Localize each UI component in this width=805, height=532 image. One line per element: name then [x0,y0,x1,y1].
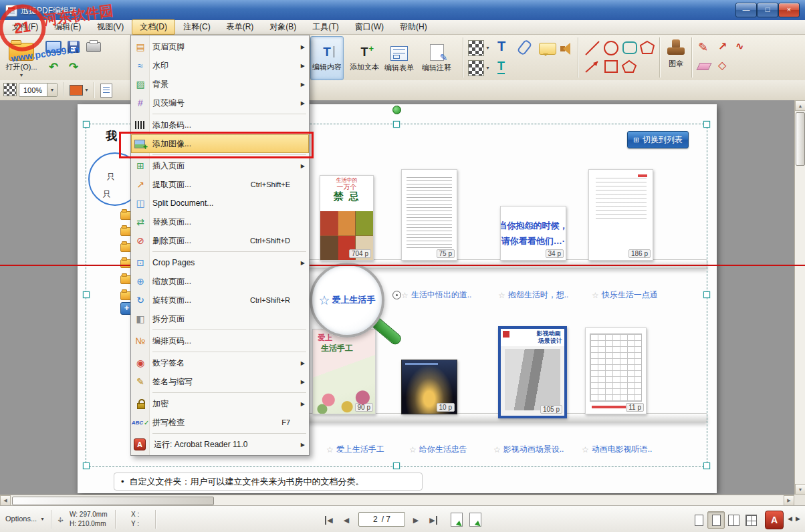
maximize-button[interactable]: □ [757,3,778,17]
pattern-tool-2-button[interactable] [468,60,484,76]
menu-item-header-footer[interactable]: ▤页眉页脚▶ [131,37,309,56]
menu-item-delete-pages[interactable]: ⊘删除页面...Ctrl+Shift+D [131,231,309,250]
book-title-link[interactable]: ☆快乐生活一点通 [592,289,658,301]
undo-button[interactable]: ↶ [44,57,63,76]
page-number-input[interactable]: 2 / 7 [358,512,405,527]
minimize-button[interactable]: — [735,3,757,17]
scroll-left-button[interactable]: ◀ [0,495,11,506]
open-dropdown-icon[interactable]: ▼ [19,74,24,77]
zoom-dropdown-icon[interactable]: ▼ [47,84,57,96]
eraser-icon[interactable] [696,63,711,70]
menu-item-acrobat-reader[interactable]: A运行: Acrobat Reader 11.0▶ [131,435,309,454]
book-cover[interactable]: 11 p [585,327,647,414]
shape-tools-icons[interactable] [583,39,658,76]
two-page-view-button[interactable] [725,511,742,529]
properties-icon[interactable] [100,84,112,98]
menubar-item[interactable]: 对象(B) [261,19,304,35]
edit-content-button[interactable]: T编辑内容 [310,36,344,80]
menu-item-resize-pages[interactable]: ⊕缩放页面... [131,272,309,291]
open-button[interactable]: 打开(O)... ▼ [1,35,41,80]
menubar-item[interactable]: 工具(T) [304,19,346,35]
menu-item-split-pages[interactable]: ◧拆分页面 [131,309,309,328]
selection-handle[interactable] [703,462,710,469]
single-page-view-button[interactable] [690,511,707,529]
overflow-left-icon[interactable]: ◀ [788,515,792,522]
transparency-icon[interactable] [3,83,17,96]
add-text-button[interactable]: T添加文本 [348,36,381,80]
book-cover[interactable]: 爱上生活手工90 p [312,329,376,414]
attachment-icon[interactable] [517,39,533,55]
last-page-button[interactable]: ▶ [425,512,441,528]
overflow-right-icon[interactable]: ▶ [796,515,800,522]
menu-item-number-pages[interactable]: №编排页码... [131,331,309,350]
menubar-item[interactable]: 文档(D) [132,19,175,35]
text-tool-icon[interactable]: T [497,39,505,54]
menu-item-extract-pages[interactable]: ↗提取页面...Ctrl+Shift+E [131,175,309,194]
book-title-link[interactable]: ☆影视动画场景设.. [493,444,564,455]
book-title-link[interactable]: ☆给你生活忠告 [409,444,467,455]
pattern-2-dropdown-icon[interactable]: ▼ [485,65,490,70]
textbox-tool-icon[interactable]: T [497,60,505,74]
menubar-item[interactable]: 注释(C) [175,19,219,35]
book-cover[interactable]: 影视动画 场景设计105 p [498,326,567,418]
book-cover[interactable]: 当你抱怨的时候，请你看看他们…·34 p [500,206,566,261]
menu-item-split-document[interactable]: ◫Split Document... [131,194,309,213]
menu-item-sign-and-initials[interactable]: ✎签名与缩写▶ [131,372,309,391]
menubar-item[interactable]: 文件(F) [4,19,46,35]
menubar-item[interactable]: 视图(V) [89,19,132,35]
selection-handle[interactable] [83,291,90,298]
selection-handle[interactable] [703,291,710,298]
horizontal-scroll-thumb[interactable] [12,497,214,505]
scroll-right-button[interactable]: ▶ [784,495,794,506]
acrobat-reader-icon[interactable]: A [765,511,784,529]
book-title-link[interactable]: ☆生活中悟出的道.. [401,289,471,301]
print-button[interactable] [84,37,103,56]
menubar-item[interactable]: 窗口(W) [347,19,392,35]
menu-item-rotate-pages[interactable]: ↻旋转页面...Ctrl+Shift+R [131,291,309,309]
selection-handle[interactable] [393,462,400,469]
export-page-button[interactable] [451,513,463,527]
book-cover[interactable]: 75 p [401,169,457,261]
menu-item-spell-check[interactable]: ABC拼写检查F7 [131,413,309,432]
pattern-dropdown-icon[interactable]: ▼ [485,45,490,50]
comment-icon[interactable] [539,43,556,55]
menu-item-bates-numbering[interactable]: #贝茨编号▶ [131,94,309,112]
menu-item-replace-pages[interactable]: ⇄替换页面... [131,213,309,231]
stamp-button[interactable]: 图章 [662,36,690,79]
book-title-link[interactable]: ☆爱上生活手工 [326,444,384,455]
menu-item-encrypt[interactable]: 加密▶ [131,394,309,413]
edit-form-button[interactable]: 编辑表单 [382,36,416,80]
fill-color-swatch[interactable] [70,85,83,96]
selection-handle[interactable] [703,121,710,128]
menubar-item[interactable]: 表单(R) [219,19,262,35]
vertical-scrollbar[interactable]: ▲ ▼ [794,100,805,495]
menu-item-background[interactable]: ▨背景▶ [131,75,309,94]
color-dropdown-icon[interactable]: ▼ [84,88,89,92]
continuous-view-button[interactable] [707,511,725,529]
book-cover[interactable]: 生活中的一万个禁 忌704 p [320,175,374,261]
selection-handle[interactable] [393,121,400,128]
book-cover[interactable]: 10 p [401,360,457,414]
book-title-link[interactable]: ☆抱怨生活时，想.. [498,289,568,301]
view-mode-button[interactable] [44,37,63,56]
snapshot-button[interactable] [469,513,481,527]
book-title-link[interactable]: ☆动画电影视听语.. [582,444,652,455]
next-page-button[interactable]: ▶ [408,512,424,528]
menubar-item[interactable]: 编辑(E) [46,19,89,35]
curve-tool-icon[interactable]: ∿ [735,40,744,52]
menubar-item[interactable]: 帮助(H) [392,19,435,35]
menu-item-watermark[interactable]: ≈水印▶ [131,56,309,75]
pencil-tool-icon[interactable]: ✎ [698,40,708,55]
book-cover[interactable]: 186 p [588,169,653,261]
menu-item-digital-signature[interactable]: ◉数字签名▶ [131,354,309,372]
save-button[interactable] [64,37,83,56]
scroll-up-button[interactable]: ▲ [795,100,805,111]
menu-item-crop-pages[interactable]: ⊡Crop Pages▶ [131,253,309,272]
shape-annotation-icon[interactable]: ◇ [718,59,726,72]
edit-annotation-button[interactable]: 编辑注释 [420,36,453,80]
redo-button[interactable]: ↷ [64,57,83,76]
pattern-tool-button[interactable] [468,40,484,56]
scroll-down-button[interactable]: ▼ [795,484,805,495]
selection-handle[interactable] [83,121,90,128]
switch-to-list-button[interactable]: ⊞ 切换到列表 [627,131,689,148]
